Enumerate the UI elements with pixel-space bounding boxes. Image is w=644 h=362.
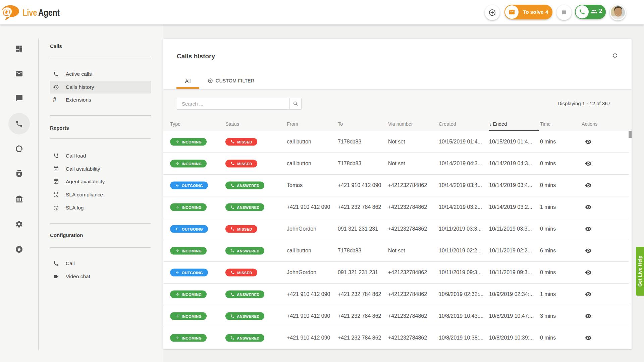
- svg-text:Live: Live: [22, 7, 37, 18]
- svg-text:Agent: Agent: [38, 7, 60, 18]
- svg-text:@: @: [1, 5, 12, 18]
